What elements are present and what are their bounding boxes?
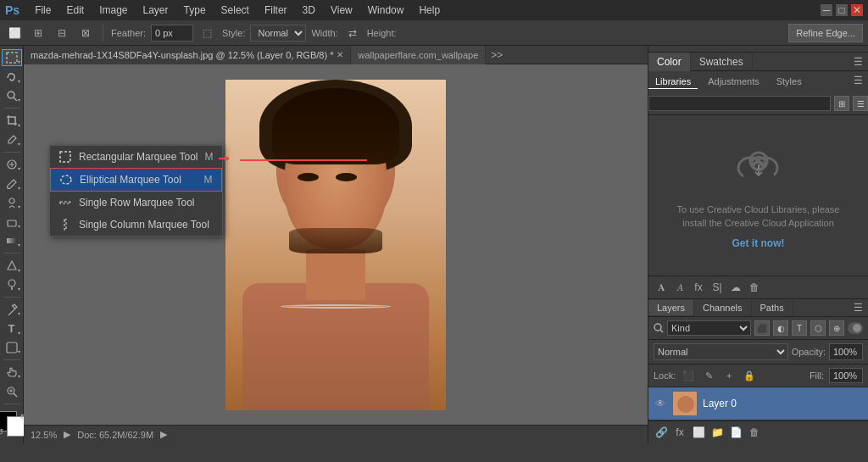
heal-tool[interactable]: ▾ bbox=[2, 156, 22, 173]
tab-adjustments[interactable]: Adjustments bbox=[701, 75, 766, 89]
layer-visibility-toggle[interactable]: 👁 bbox=[654, 397, 667, 410]
active-tab-close[interactable]: ✕ bbox=[337, 50, 343, 59]
s1-action-btn[interactable]: S| bbox=[709, 280, 725, 295]
menu-help[interactable]: Help bbox=[412, 3, 447, 18]
layer-item[interactable]: 👁 Layer 0 bbox=[648, 387, 868, 420]
library-grid-view[interactable]: ⊞ bbox=[834, 96, 849, 111]
pen-tool[interactable]: ▾ bbox=[2, 301, 22, 318]
smart-filter-btn[interactable]: ⊕ bbox=[829, 320, 844, 336]
marquee-tool[interactable]: ▾ bbox=[2, 49, 22, 66]
italic-action-btn[interactable]: 𝐴 bbox=[672, 280, 687, 295]
lock-position-btn[interactable]: ✎ bbox=[701, 368, 716, 383]
tab-libraries[interactable]: Libraries bbox=[648, 75, 698, 89]
active-tab[interactable]: mazda-mehrad-1X14S8DFa4Y-unsplash.jpg @ … bbox=[24, 46, 351, 64]
lock-pixel-btn[interactable]: ⬛ bbox=[681, 368, 696, 383]
anti-alias-icon[interactable]: ⬚ bbox=[198, 24, 217, 42]
tab-channels[interactable]: Channels bbox=[694, 300, 751, 315]
rectangular-marquee-tool-item[interactable]: Rectangular Marquee Tool M bbox=[50, 146, 222, 168]
delete-action-btn[interactable]: 🗑 bbox=[747, 280, 762, 295]
reset-colors-button[interactable]: ↺ bbox=[0, 427, 3, 437]
refine-edge-button[interactable]: Refine Edge... bbox=[788, 24, 863, 42]
tool-context-menu: Rectangular Marquee Tool M Elliptical Ma… bbox=[49, 145, 223, 237]
menu-filter[interactable]: Filter bbox=[258, 3, 294, 18]
library-list-view[interactable]: ☰ bbox=[853, 96, 868, 111]
svg-rect-18 bbox=[60, 202, 70, 203]
library-search[interactable] bbox=[648, 96, 831, 111]
cloud-action-btn[interactable]: ☁ bbox=[728, 280, 743, 295]
tab-paths[interactable]: Paths bbox=[752, 300, 793, 315]
maximize-button[interactable]: □ bbox=[836, 4, 848, 16]
menu-image[interactable]: Image bbox=[92, 3, 134, 18]
subtract-selection-icon[interactable]: ⊟ bbox=[53, 24, 71, 42]
tab-layers[interactable]: Layers bbox=[648, 300, 694, 315]
lock-artboard-btn[interactable]: + bbox=[721, 368, 737, 383]
adjust-filter-btn[interactable]: ◐ bbox=[773, 320, 788, 336]
quick-select-tool[interactable]: ▾ bbox=[2, 87, 22, 104]
clone-tool[interactable]: ▾ bbox=[2, 194, 22, 211]
type-filter-btn[interactable]: T bbox=[792, 320, 807, 336]
menu-edit[interactable]: Edit bbox=[59, 3, 91, 18]
single-row-marquee-tool-item[interactable]: Single Row Marquee Tool bbox=[50, 192, 222, 214]
menu-layer[interactable]: Layer bbox=[136, 3, 175, 18]
layer-kind-filter[interactable]: Kind bbox=[667, 320, 751, 336]
close-button[interactable]: ✕ bbox=[851, 4, 863, 16]
text-action-btn[interactable]: 𝐀 bbox=[654, 280, 669, 295]
pixel-filter-btn[interactable]: ⬛ bbox=[754, 320, 770, 336]
svg-point-17 bbox=[61, 175, 71, 184]
hand-tool[interactable]: ▾ bbox=[2, 364, 22, 381]
text-tool[interactable]: T ▾ bbox=[2, 320, 22, 337]
tab-swatches[interactable]: Swatches bbox=[691, 53, 753, 71]
blend-mode-select[interactable]: Normal bbox=[654, 343, 788, 360]
layers-panel-bottom: 🔗 fx ⬜ 📁 📄 🗑 bbox=[648, 420, 868, 443]
lasso-tool[interactable]: ▾ bbox=[2, 68, 22, 85]
inactive-tab[interactable]: wallpaperflare.com_wallpape bbox=[351, 46, 486, 64]
fill-input[interactable] bbox=[829, 368, 863, 383]
panel-options-icon[interactable]: ☰ bbox=[849, 56, 868, 68]
shape-tool[interactable]: ▾ bbox=[2, 339, 22, 356]
eyedropper-tool[interactable]: ▾ bbox=[2, 131, 22, 148]
new-group-btn[interactable]: 📁 bbox=[709, 425, 725, 440]
menu-3d[interactable]: 3D bbox=[296, 3, 322, 18]
get-it-now-link[interactable]: Get it now! bbox=[732, 237, 785, 249]
layer-filter-toggle[interactable] bbox=[848, 322, 863, 334]
feather-input[interactable] bbox=[151, 25, 193, 42]
zoom-tool[interactable] bbox=[2, 382, 22, 399]
menu-window[interactable]: Window bbox=[361, 3, 411, 18]
shape-filter-btn[interactable]: ⬡ bbox=[810, 320, 826, 336]
menu-view[interactable]: View bbox=[324, 3, 359, 18]
dodge-tool[interactable]: ▾ bbox=[2, 276, 22, 293]
add-mask-btn[interactable]: ⬜ bbox=[691, 425, 706, 440]
eraser-tool[interactable]: ▾ bbox=[2, 213, 22, 230]
style-select[interactable]: Normal bbox=[250, 25, 306, 42]
elliptical-marquee-tool-item[interactable]: Elliptical Marquee Tool M bbox=[50, 168, 222, 192]
swap-dimensions-icon[interactable]: ⇄ bbox=[343, 24, 362, 42]
zoom-expand-icon[interactable]: ▶ bbox=[64, 429, 70, 440]
opacity-input[interactable] bbox=[829, 343, 863, 360]
new-layer-btn[interactable]: 📄 bbox=[728, 425, 743, 440]
add-selection-icon[interactable]: ⊞ bbox=[29, 24, 47, 42]
brush-tool[interactable]: ▾ bbox=[2, 175, 22, 192]
right-panel: Color Swatches ☰ Libraries Adjustments S… bbox=[648, 46, 868, 443]
menu-type[interactable]: Type bbox=[177, 3, 213, 18]
fx-action-btn[interactable]: fx bbox=[691, 280, 706, 295]
add-style-btn[interactable]: fx bbox=[672, 425, 687, 440]
single-col-marquee-tool-item[interactable]: Single Column Marquee Tool bbox=[50, 214, 222, 236]
tab-styles[interactable]: Styles bbox=[770, 75, 809, 89]
tab-color[interactable]: Color bbox=[648, 53, 691, 71]
link-layers-btn[interactable]: 🔗 bbox=[654, 425, 669, 440]
menu-file[interactable]: File bbox=[28, 3, 58, 18]
lib-options-icon[interactable]: ☰ bbox=[849, 75, 868, 89]
minimize-button[interactable]: ─ bbox=[821, 4, 832, 16]
layers-panel-tabs: Layers Channels Paths ☰ bbox=[648, 299, 868, 317]
blur-tool[interactable]: ▾ bbox=[2, 257, 22, 274]
lock-all-btn[interactable]: 🔒 bbox=[742, 368, 757, 383]
crop-tool[interactable]: ▾ bbox=[2, 112, 22, 129]
more-tabs-button[interactable]: >> bbox=[486, 49, 508, 61]
layers-options-icon[interactable]: ☰ bbox=[849, 299, 868, 316]
status-arrow[interactable]: ▶ bbox=[160, 429, 167, 440]
menu-select[interactable]: Select bbox=[214, 3, 256, 18]
new-rect-selection-icon[interactable]: ⬜ bbox=[5, 24, 24, 42]
gradient-tool[interactable]: ▾ bbox=[2, 232, 22, 249]
delete-layer-btn[interactable]: 🗑 bbox=[747, 425, 762, 440]
intersect-selection-icon[interactable]: ⊠ bbox=[76, 24, 95, 42]
